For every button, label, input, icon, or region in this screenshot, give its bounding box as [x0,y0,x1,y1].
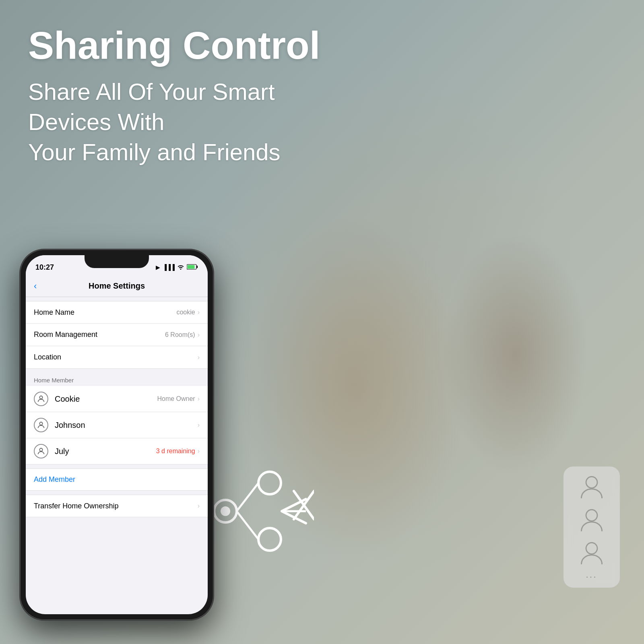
member-avatar-johnson [34,418,48,432]
member-section-label: Home Member [26,373,208,386]
svg-point-15 [586,477,597,488]
svg-line-10 [237,511,258,539]
svg-rect-2 [188,265,195,268]
phone-screen: 10:27 ▶ ▐▐▐ [26,255,208,614]
svg-point-7 [258,472,281,494]
nav-title: Home Settings [89,281,145,291]
svg-rect-1 [197,266,198,268]
add-member-row[interactable]: Add Member [26,469,208,491]
transfer-row[interactable]: Transfer Home Ownership › [26,495,208,517]
member-chevron-johnson: › [198,421,200,429]
member-chevron-july: › [198,448,200,455]
room-management-row[interactable]: Room Management 6 Room(s) › [26,324,208,346]
member-name-july: July [55,447,156,456]
svg-line-9 [237,483,258,511]
sub-title: Share All Of Your Smart Devices With You… [28,76,310,167]
home-name-chevron: › [198,309,200,316]
main-title: Sharing Control [28,24,616,67]
nav-bar: ‹ Home Settings [26,275,208,297]
phone-mockup: 10:27 ▶ ▐▐▐ [20,250,213,620]
signal-icon: ▐▐▐ [163,264,175,270]
member-name-cookie: Cookie [55,394,157,404]
transfer-section: Transfer Home Ownership › [26,495,208,517]
location-row[interactable]: Location › [26,346,208,369]
add-member-label: Add Member [34,475,75,483]
svg-point-5 [39,448,42,451]
member-avatar-july [34,444,48,458]
member-role-cookie: Home Owner [157,395,195,402]
home-name-row[interactable]: Home Name cookie › [26,301,208,324]
settings-list: Home Name cookie › Room Management 6 Roo… [26,297,208,517]
person-cards-panel: ··· [564,466,620,588]
member-avatar-cookie [34,392,48,406]
member-name-johnson: Johnson [55,421,198,430]
member-chevron-cookie: › [198,395,200,402]
battery-icon [187,264,198,271]
transfer-label: Transfer Home Ownership [34,502,198,510]
svg-point-11 [221,506,230,516]
status-icons: ▶ ▐▐▐ [156,264,198,271]
room-management-chevron: › [198,331,200,339]
room-management-value: 6 Room(s) [165,331,195,339]
svg-point-16 [586,510,597,521]
member-row-july[interactable]: July 3 d remaining › [26,438,208,464]
svg-point-8 [258,528,281,551]
member-expiry-july: 3 d remaining [156,448,195,455]
location-label: Location [34,353,195,361]
home-name-value: cookie [176,309,195,316]
home-name-label: Home Name [34,308,176,317]
svg-point-4 [39,422,42,425]
phone-notch [85,255,149,268]
location-icon: ▶ [156,264,160,270]
location-chevron: › [198,354,200,361]
room-management-label: Room Management [34,330,165,339]
share-graphic [201,467,314,555]
back-button[interactable]: ‹ [34,281,37,291]
svg-point-17 [586,543,597,554]
member-section: Home Member Cookie Home Owner › [26,373,208,464]
wifi-icon [177,264,184,271]
title-section: Sharing Control Share All Of Your Smart … [28,24,616,167]
member-row-cookie[interactable]: Cookie Home Owner › [26,386,208,412]
svg-point-3 [39,396,42,399]
person-card-1 [568,473,615,501]
phone-outer: 10:27 ▶ ▐▐▐ [20,250,213,620]
settings-section-main: Home Name cookie › Room Management 6 Roo… [26,301,208,369]
transfer-chevron: › [198,502,200,510]
member-row-johnson[interactable]: Johnson › [26,412,208,438]
person-card-2 [568,506,615,534]
dots-indicator: ··· [568,572,615,581]
status-time: 10:27 [35,263,54,272]
person-card-3 [568,539,615,567]
